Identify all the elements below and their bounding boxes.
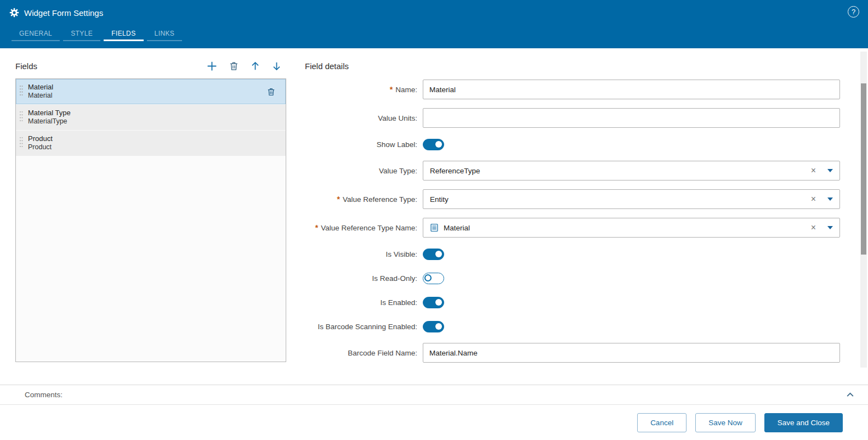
save-now-button[interactable]: Save Now [695,413,756,432]
field-details-panel: Field details * Name: Value Units: Show … [305,61,840,371]
value-reference-type-label: * Value Reference Type: [305,195,417,204]
barcode-field-name-input[interactable] [423,343,840,363]
field-item-name: Material Type [28,109,71,117]
title-row: Widget Form Settings ? [0,0,868,23]
entity-icon [430,223,439,232]
footer: Cancel Save Now Save and Close [0,405,868,440]
cancel-button[interactable]: Cancel [637,413,687,432]
field-item-name: Product [28,134,53,143]
comments-bar[interactable]: Comments: [0,385,868,405]
tab-general-label: GENERAL [19,30,52,37]
chevron-up-icon[interactable] [844,389,856,400]
form-row-name: * Name: [305,80,840,99]
value-units-input[interactable] [423,108,840,128]
is-read-only-label: Is Read-Only: [305,274,417,283]
form-row-is-visible: Is Visible: [305,246,840,262]
is-enabled-toggle[interactable] [423,297,444,308]
gear-icon [9,8,19,18]
form-row-is-enabled: Is Enabled: [305,295,840,310]
chevron-down-icon[interactable] [827,226,833,229]
form-row-value-reference-type-name: * Value Reference Type Name: Material × [305,218,840,238]
drag-handle-icon[interactable] [19,136,24,151]
drag-handle-icon[interactable] [19,84,24,99]
required-asterisk: * [390,85,393,94]
value-units-label: Value Units: [305,114,417,122]
move-up-icon[interactable] [250,61,260,71]
field-item-binding: Product [28,143,53,152]
clear-icon[interactable]: × [811,223,816,232]
value-type-label: Value Type: [305,167,417,175]
field-list-item-product[interactable]: Product Product [16,131,286,156]
value-reference-type-dropdown[interactable]: Entity × [423,189,840,209]
tab-bar: GENERAL STYLE FIELDS LINKS [0,25,868,45]
toggle-knob [435,323,442,330]
form-row-barcode-field-name: Barcode Field Name: [305,343,840,363]
drag-handle-icon[interactable] [19,110,24,125]
fields-panel-title: Fields [15,61,37,71]
chevron-down-icon[interactable] [827,198,833,201]
show-label-label: Show Label: [305,140,417,149]
tab-style[interactable]: STYLE [61,25,102,45]
toggle-knob [435,141,442,148]
delete-field-icon[interactable] [229,61,239,71]
tab-links-label: LINKS [155,30,175,37]
name-input[interactable] [423,80,840,99]
tab-fields[interactable]: FIELDS [102,25,145,45]
help-icon[interactable]: ? [848,6,859,18]
field-list-item-material-type[interactable]: Material Type MaterialType [16,105,286,131]
value-reference-type-name-value: Material [444,224,811,232]
field-item-name: Material [28,83,53,92]
name-label: * Name: [305,85,417,94]
is-visible-label: Is Visible: [305,250,417,258]
vertical-scrollbar [860,52,867,368]
tab-links[interactable]: LINKS [145,25,184,45]
is-barcode-scanning-enabled-toggle[interactable] [423,321,444,332]
clear-icon[interactable]: × [811,195,816,204]
fields-toolbar [206,60,286,72]
toggle-knob [435,299,442,306]
toggle-knob [424,274,432,281]
toggle-knob [435,251,442,257]
is-read-only-toggle[interactable] [423,273,444,284]
value-type-value: ReferenceType [430,167,811,175]
form-row-is-barcode-scanning-enabled: Is Barcode Scanning Enabled: [305,319,840,334]
form-row-is-read-only: Is Read-Only: [305,270,840,286]
delete-item-icon[interactable] [262,85,280,99]
add-field-icon[interactable] [206,60,218,72]
show-label-toggle[interactable] [423,139,444,150]
clear-icon[interactable]: × [811,166,816,175]
chevron-down-icon[interactable] [827,169,833,172]
barcode-field-name-label: Barcode Field Name: [305,349,417,357]
form-row-value-reference-type: * Value Reference Type: Entity × [305,189,840,209]
fields-panel: Fields [15,60,286,362]
value-reference-type-name-label: * Value Reference Type Name: [305,223,417,232]
tab-fields-label: FIELDS [111,30,135,37]
required-asterisk: * [315,223,318,232]
move-down-icon[interactable] [271,61,282,71]
tab-general[interactable]: GENERAL [10,25,61,45]
value-reference-type-value: Entity [430,195,811,204]
field-details-title: Field details [305,61,840,71]
form-row-show-label: Show Label: [305,137,840,152]
is-enabled-label: Is Enabled: [305,298,417,307]
form-row-value-units: Value Units: [305,108,840,128]
is-visible-toggle[interactable] [423,249,444,260]
field-item-binding: Material [28,92,53,100]
titlebar: Widget Form Settings ? GENERAL STYLE FIE… [0,0,868,48]
required-asterisk: * [337,195,339,204]
form-row-value-type: Value Type: ReferenceType × [305,161,840,180]
field-item-binding: MaterialType [28,117,71,126]
scrollbar-thumb[interactable] [861,83,866,255]
save-and-close-button[interactable]: Save and Close [764,413,843,432]
window-title: Widget Form Settings [24,8,103,18]
field-list-item-material[interactable]: Material Material [16,79,286,105]
tab-style-label: STYLE [71,30,93,37]
value-reference-type-name-dropdown[interactable]: Material × [423,218,840,238]
value-type-dropdown[interactable]: ReferenceType × [423,161,840,180]
field-list: Material Material Material Type Material… [15,78,286,362]
is-barcode-scanning-enabled-label: Is Barcode Scanning Enabled: [305,323,417,331]
main-content: Fields [0,48,868,385]
comments-label: Comments: [25,391,63,399]
